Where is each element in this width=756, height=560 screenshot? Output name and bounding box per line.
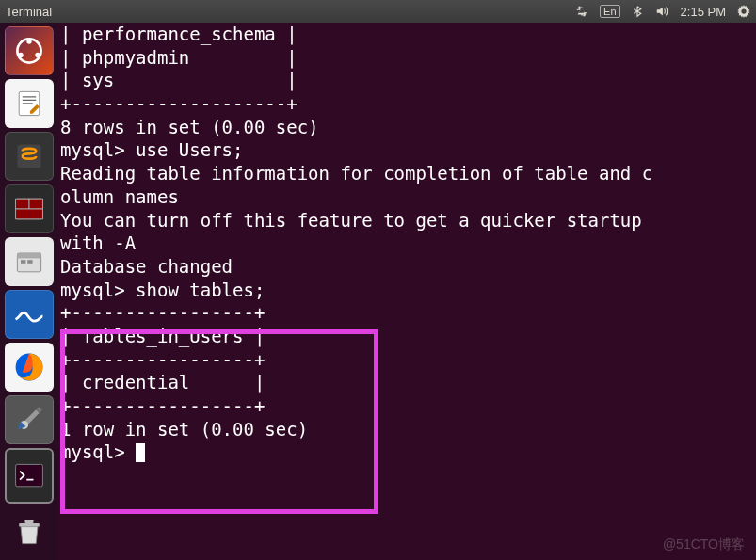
svg-rect-8: [29, 199, 42, 209]
network-icon[interactable]: [575, 5, 588, 18]
term-line: +--------------------+: [60, 92, 754, 116]
svg-point-2: [35, 53, 40, 57]
svg-rect-7: [16, 199, 29, 209]
term-line: | sys |: [60, 69, 754, 92]
svg-point-3: [18, 53, 23, 57]
cursor: [136, 443, 145, 462]
terminal-content[interactable]: | performance_schema || phpmyadmin || sy…: [58, 23, 756, 560]
term-line: with -A: [60, 232, 754, 255]
term-line: mysql> use Users;: [60, 138, 754, 162]
window-title: Terminal: [6, 5, 575, 19]
term-line: +-----------------+: [60, 301, 754, 325]
volume-icon[interactable]: [654, 5, 669, 18]
term-line: 1 row in set (0.00 sec): [60, 418, 754, 441]
term-line: +-----------------+: [60, 394, 754, 418]
top-menu-bar: Terminal En 2:15 PM: [0, 0, 756, 23]
wireshark-icon[interactable]: [5, 290, 54, 339]
watermark: @51CTO博客: [663, 536, 745, 552]
svg-rect-18: [19, 523, 40, 527]
dash-button[interactable]: [5, 26, 54, 75]
term-line: | credential |: [60, 371, 754, 394]
term-line: | performance_schema |: [60, 23, 754, 46]
files-icon[interactable]: [5, 237, 54, 286]
term-line: 8 rows in set (0.00 sec): [60, 116, 754, 139]
unity-launcher: [0, 23, 58, 560]
sublime-icon[interactable]: [5, 132, 54, 181]
svg-rect-12: [21, 260, 25, 264]
svg-rect-9: [16, 209, 43, 219]
term-line: | Tables_in_Users |: [60, 325, 754, 348]
firefox-icon[interactable]: [5, 343, 54, 392]
term-line: Database changed: [60, 255, 754, 279]
trash-icon[interactable]: [5, 507, 54, 556]
system-indicators: En 2:15 PM: [575, 5, 750, 19]
text-editor-icon[interactable]: [5, 79, 54, 128]
term-line: Reading table information for completion…: [60, 162, 754, 185]
clock[interactable]: 2:15 PM: [681, 5, 726, 19]
term-line: mysql> show tables;: [60, 279, 754, 302]
svg-rect-11: [17, 253, 40, 258]
svg-rect-19: [25, 520, 34, 523]
gear-icon[interactable]: [737, 5, 750, 18]
settings-icon[interactable]: [5, 395, 54, 444]
term-line: You can turn off this feature to get a q…: [60, 209, 754, 232]
language-indicator[interactable]: En: [600, 5, 619, 18]
svg-rect-13: [27, 260, 32, 264]
term-line: | phpmyadmin |: [60, 46, 754, 70]
svg-point-1: [26, 39, 31, 43]
terminator-icon[interactable]: [5, 184, 54, 233]
bluetooth-icon[interactable]: [632, 5, 643, 18]
prompt-line: mysql>: [60, 440, 754, 464]
svg-rect-17: [16, 464, 43, 486]
term-line: +-----------------+: [60, 348, 754, 372]
terminal-icon[interactable]: [5, 448, 54, 504]
main-area: | performance_schema || phpmyadmin || sy…: [0, 23, 756, 560]
svg-rect-14: [12, 297, 46, 331]
term-line: olumn names: [60, 185, 754, 209]
